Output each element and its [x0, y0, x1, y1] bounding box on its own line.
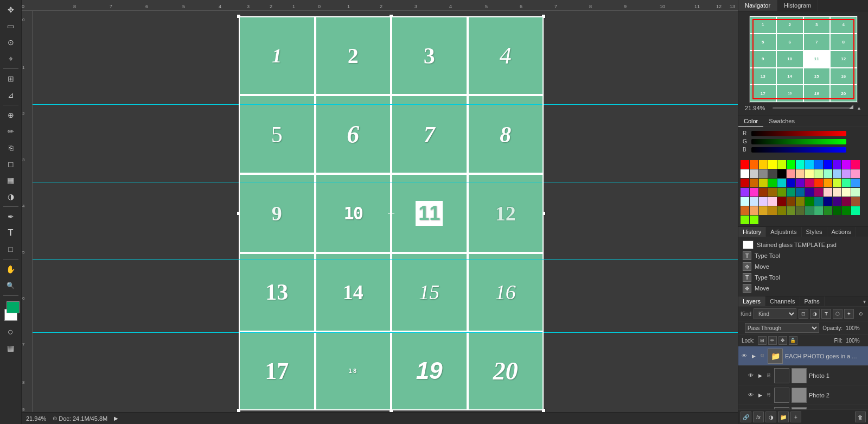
- swatch-36[interactable]: [833, 179, 841, 187]
- swatch-10[interactable]: [833, 160, 841, 169]
- swatch-0[interactable]: [741, 160, 749, 169]
- swatch-47[interactable]: [814, 188, 823, 197]
- link-layers-button[interactable]: 🔗: [741, 412, 751, 422]
- r-slider[interactable]: [751, 131, 846, 136]
- filter-toggle-icon[interactable]: ⊙: [856, 309, 866, 319]
- swatch-42[interactable]: [768, 188, 777, 197]
- cell-17[interactable]: 17: [239, 332, 315, 410]
- history-item-2[interactable]: ✥ Move: [741, 261, 866, 272]
- tab-channels[interactable]: Channels: [765, 296, 800, 306]
- add-mask-button[interactable]: ◑: [765, 412, 776, 422]
- swatch-78[interactable]: [741, 216, 749, 224]
- swatch-71[interactable]: [796, 206, 805, 215]
- cell-18[interactable]: 18: [315, 332, 392, 410]
- swatch-74[interactable]: [824, 206, 832, 215]
- tab-swatches[interactable]: Swatches: [763, 116, 800, 126]
- swatch-39[interactable]: [741, 188, 749, 197]
- cell-4[interactable]: 4: [468, 16, 544, 95]
- zoom-tool[interactable]: 🔍: [3, 278, 18, 293]
- tab-navigator[interactable]: Navigator: [738, 0, 777, 11]
- cell-5[interactable]: 5: [239, 95, 315, 174]
- swatch-12[interactable]: [851, 160, 860, 169]
- layer-photo3[interactable]: 👁 ▶ ⛓ Photo 3: [738, 405, 868, 409]
- swatch-37[interactable]: [842, 179, 851, 187]
- lasso-tool[interactable]: ⊙: [3, 35, 18, 50]
- cell-9[interactable]: 9: [239, 174, 315, 252]
- canvas-content[interactable]: 1 2 3 4: [33, 11, 738, 412]
- layer-photo2[interactable]: 👁 ▶ ⛓ Photo 2: [738, 385, 868, 405]
- hand-tool[interactable]: ✋: [3, 262, 18, 277]
- delete-layer-button[interactable]: 🗑: [855, 412, 866, 422]
- swatch-66[interactable]: [750, 206, 758, 215]
- history-item-4[interactable]: ✥ Move: [741, 283, 866, 294]
- swatch-34[interactable]: [814, 179, 823, 187]
- swatch-32[interactable]: [796, 179, 805, 187]
- arrow-toggle[interactable]: ▶: [114, 415, 118, 421]
- cell-6[interactable]: 6: [315, 95, 392, 174]
- swatch-50[interactable]: [842, 188, 851, 197]
- swatch-60[interactable]: [814, 197, 823, 206]
- cell-14[interactable]: 14: [315, 253, 392, 332]
- swatch-8[interactable]: [814, 160, 823, 169]
- swatch-64[interactable]: [851, 197, 860, 206]
- layer-arrow-photo2[interactable]: ▶: [757, 392, 763, 398]
- b-slider[interactable]: [751, 147, 846, 153]
- filter-type-icon[interactable]: T: [821, 309, 831, 319]
- swatch-18[interactable]: [787, 169, 795, 178]
- cell-19[interactable]: 19: [391, 332, 468, 410]
- lock-position-icon[interactable]: ✥: [778, 336, 787, 345]
- swatch-76[interactable]: [842, 206, 851, 215]
- swatch-29[interactable]: [768, 179, 777, 187]
- tab-layers[interactable]: Layers: [738, 296, 765, 306]
- swatch-19[interactable]: [796, 169, 805, 178]
- dodge-tool[interactable]: ◑: [3, 189, 18, 204]
- healing-brush-tool[interactable]: ⊕: [3, 107, 18, 123]
- swatch-49[interactable]: [833, 188, 841, 197]
- swatch-43[interactable]: [777, 188, 786, 197]
- eraser-tool[interactable]: ◻: [3, 156, 18, 172]
- layer-photo1[interactable]: 👁 ▶ ⛓ Photo 1: [738, 366, 868, 385]
- swatch-7[interactable]: [805, 160, 814, 169]
- swatch-25[interactable]: [851, 169, 860, 178]
- swatch-65[interactable]: [741, 206, 749, 215]
- swatch-14[interactable]: [750, 169, 758, 178]
- swatch-61[interactable]: [824, 197, 832, 206]
- cell-7[interactable]: 7: [391, 95, 468, 174]
- filter-smartobj-icon[interactable]: ✦: [844, 309, 854, 319]
- pen-tool[interactable]: ✒: [3, 209, 18, 224]
- tab-histogram[interactable]: Histogram: [777, 0, 818, 11]
- swatch-11[interactable]: [842, 160, 851, 169]
- new-layer-button[interactable]: +: [790, 412, 801, 422]
- swatch-17[interactable]: [777, 169, 786, 178]
- swatch-72[interactable]: [805, 206, 814, 215]
- cell-1[interactable]: 1: [239, 16, 315, 95]
- swatch-48[interactable]: [824, 188, 832, 197]
- kind-dropdown[interactable]: Kind: [754, 308, 796, 319]
- swatch-31[interactable]: [787, 179, 795, 187]
- shape-tool[interactable]: □: [3, 242, 18, 257]
- swatch-69[interactable]: [777, 206, 786, 215]
- swatch-75[interactable]: [833, 206, 841, 215]
- cell-20[interactable]: 20: [468, 332, 544, 410]
- foreground-color[interactable]: [7, 301, 20, 313]
- swatch-27[interactable]: [750, 179, 758, 187]
- swatch-23[interactable]: [833, 169, 841, 178]
- swatch-38[interactable]: [851, 179, 860, 187]
- new-group-button[interactable]: 📁: [778, 412, 789, 422]
- swatch-62[interactable]: [833, 197, 841, 206]
- swatch-28[interactable]: [759, 179, 768, 187]
- swatch-59[interactable]: [805, 197, 814, 206]
- layers-collapse-button[interactable]: ▾: [861, 298, 868, 306]
- swatch-33[interactable]: [805, 179, 814, 187]
- tab-color[interactable]: Color: [738, 116, 763, 126]
- filter-shape-icon[interactable]: ⬡: [833, 309, 843, 319]
- swatch-53[interactable]: [750, 197, 758, 206]
- swatch-24[interactable]: [842, 169, 851, 178]
- cell-3[interactable]: 3: [391, 16, 468, 95]
- brush-tool[interactable]: ✏: [3, 124, 18, 139]
- swatch-45[interactable]: [796, 188, 805, 197]
- swatch-67[interactable]: [759, 206, 768, 215]
- swatch-56[interactable]: [777, 197, 786, 206]
- swatch-70[interactable]: [787, 206, 795, 215]
- swatch-46[interactable]: [805, 188, 814, 197]
